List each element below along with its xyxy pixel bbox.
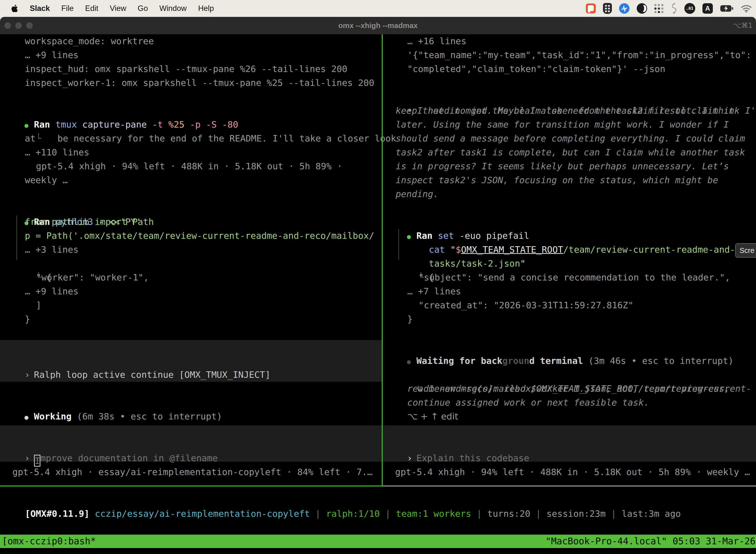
corner-icon: └ (36, 131, 58, 146)
text-cursor: I (34, 455, 41, 466)
ran-tmux-command: ●Ran tmux capture-pane -t %25 -p -S -80 (3, 104, 238, 118)
python-code-line: p = Path('.omx/state/team/review-current… (25, 229, 374, 243)
terminal-output-line: '{"team_name":"my-team","task_id":"1","f… (407, 48, 751, 62)
command-result-line: at (25, 131, 36, 146)
command-result-line: "worker": "worker-1", (36, 271, 149, 284)
wifi-icon[interactable] (741, 4, 752, 13)
terminal-output-line: workspace_mode: worktree (25, 34, 154, 48)
moon-app-icon[interactable] (637, 3, 647, 14)
bullet-icon: ● (407, 355, 417, 369)
shortcut-squiggle-icon[interactable] (671, 3, 677, 14)
input-source-icon[interactable]: A (702, 3, 713, 14)
inject-banner: ›Ralph loop active continue [OMX_TMUX_IN… (3, 354, 270, 368)
command-result-line: └be necessary for the end of the README.… (14, 118, 396, 131)
python-code-line: from pathlib import Path (25, 215, 154, 229)
menu-item-help[interactable]: Help (198, 4, 214, 13)
pane-divider-horizontal[interactable] (383, 486, 756, 487)
mailbox-note-line: continue assigned work or next feasible … (407, 396, 649, 409)
menu-item-go[interactable]: Go (138, 4, 148, 13)
privacy-shield-icon[interactable] (603, 3, 612, 14)
cat-command-line: tasks/task-2.json" (407, 243, 525, 257)
edit-hint: ⌥ + ↑ edit (407, 409, 458, 424)
window-shortcut-hint: ⌥⌘1 (733, 17, 753, 34)
count-badge-icon[interactable]: ..61 (684, 3, 695, 14)
left-agent-status-line: gpt-5.4 xhigh · essay/ai-reimplementatio… (12, 465, 373, 479)
command-result-line: └{ (14, 257, 52, 271)
terminal-window[interactable]: workspace_mode: worktree … +9 lines insp… (0, 34, 756, 554)
thinking-line: should send a message before completing … (396, 131, 745, 146)
command-block-line (16, 215, 17, 260)
tmux-session-name[interactable]: [omx-cczip0:bash* (0, 535, 96, 548)
terminal-output-line: "completed","claim_token":"claim-token"}… (407, 62, 665, 76)
menu-bar-left: Slack File Edit View Go Window Help (0, 4, 214, 13)
prompt-icon: › (407, 451, 417, 465)
thinking-line: inspect task2's JSON, focusing on the st… (396, 173, 718, 187)
menu-item-view[interactable]: View (110, 4, 126, 13)
command-result-line: weekly … (25, 173, 68, 187)
tmux-host-time: "MacBook-Pro-44.local" 05:03 31-Mar-26 (546, 535, 756, 548)
menu-item-edit[interactable]: Edit (85, 4, 98, 13)
chat-app-icon[interactable] (586, 3, 596, 13)
menu-bar: Slack File Edit View Go Window Help ..61… (0, 0, 756, 17)
terminal-output-line: … +9 lines (25, 48, 79, 62)
thinking-line: keep that in mind. Maybe I also need the… (396, 104, 734, 118)
right-prompt-input[interactable]: ›Explain this codebase (385, 437, 529, 451)
command-result-line: } (25, 312, 30, 326)
window-title: omx --xhigh --madmax (0, 17, 756, 34)
command-result-line: "subject": "send a concise recommendatio… (419, 271, 730, 284)
ran-python-command: ●Ran python3 - <<'PY' (3, 201, 141, 215)
prompt-icon: › (24, 451, 34, 465)
pane-divider-vertical[interactable] (382, 34, 383, 487)
command-result-line: gpt-5.4 xhigh · 94% left · 488K in · 5.1… (36, 159, 342, 173)
command-result-line: … +9 lines (25, 284, 79, 298)
command-result-line: └{ (397, 257, 434, 271)
command-result-line: "created_at": "2026-03-31T11:59:27.816Z" (419, 298, 633, 312)
pane-divider-horizontal-active[interactable] (0, 486, 382, 487)
bullet-icon: ● (24, 410, 34, 424)
thinking-line: is in progress? It seems likely but perh… (396, 159, 729, 173)
thinking-line: later. Using the same for transition mig… (396, 118, 729, 131)
tmux-status-bar: [omx-cczip0:bash* "MacBook-Pro-44.local"… (0, 535, 756, 548)
terminal-output-line: inspect_hud: omx sparkshell --tmux-pane … (25, 62, 347, 76)
apple-icon[interactable] (11, 4, 18, 13)
menu-item-file[interactable]: File (61, 4, 74, 13)
menu-bar-status-area: ..61 A (586, 3, 756, 14)
ran-set-command: ●Ran set -euo pipefail (385, 215, 529, 229)
waiting-status: ●Waiting for background terminal (3m 46s… (385, 340, 734, 354)
sync-badge-icon[interactable] (619, 3, 630, 14)
thinking-line: •I need to get the claim token from the … (385, 90, 756, 104)
mailbox-note-line: ↳1 new msg(s): read $OMX_TEAM_STATE_ROOT… (396, 368, 751, 382)
window-title-bar: omx --xhigh --madmax ⌥⌘1 (0, 17, 756, 34)
prompt-placeholder: Explain this codebase (417, 453, 529, 463)
python-code-line: … +3 lines (25, 243, 79, 257)
command-result-line: } (407, 312, 413, 326)
menu-app-name[interactable]: Slack (30, 4, 50, 13)
command-block-line (398, 229, 399, 260)
working-status: ●Working (6m 38s • esc to interrupt) (3, 396, 222, 409)
left-prompt-input[interactable]: ›Improve documentation in @filename (3, 437, 218, 451)
menu-item-window[interactable]: Window (159, 4, 187, 13)
command-result-line: ] (36, 298, 42, 312)
mailbox-note-line: readme-and-reco/mailbox/worker-1.json, a… (407, 382, 730, 396)
cat-command-line: cat "$OMX_TEAM_STATE_ROOT/team/review-cu… (407, 229, 756, 243)
screen-tooltip: Scre (735, 243, 756, 258)
battery-icon[interactable] (720, 5, 734, 12)
command-result-line: … +110 lines (25, 146, 89, 159)
thinking-line: pending. (396, 187, 439, 201)
terminal-output-line: … +16 lines (407, 34, 466, 48)
prompt-placeholder: mprove documentation in @filename (41, 453, 218, 463)
right-agent-status-line: gpt-5.4 xhigh · 94% left · 488K in · 5.1… (395, 465, 750, 479)
thinking-line: task2 after task1 is complete, but can I… (396, 146, 745, 159)
desktop: { "menu_bar": { "app_name": "Slack", "me… (0, 0, 756, 554)
omx-status-line: [OMX#0.11.9] cczip/essay/ai-reimplementa… (3, 493, 681, 507)
command-result-line: … +7 lines (407, 284, 461, 298)
grid-menu-icon[interactable] (654, 4, 664, 13)
terminal-output-line: inspect_worker-1: omx sparkshell --tmux-… (25, 76, 374, 90)
prompt-icon: › (24, 368, 34, 382)
